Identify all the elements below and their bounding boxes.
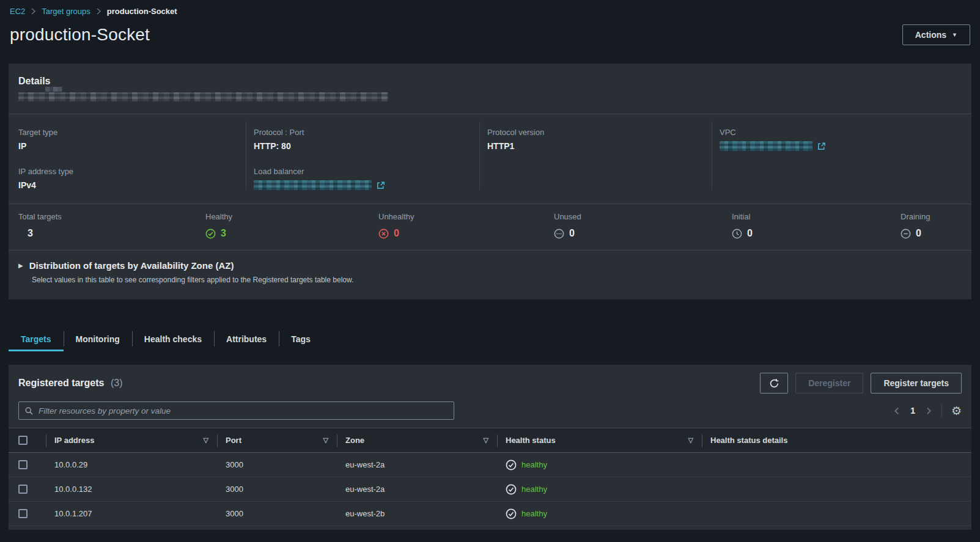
chevron-right-icon xyxy=(96,7,101,15)
cell-ip: 10.0.0.29 xyxy=(46,460,217,469)
header-port-label: Port xyxy=(226,436,241,445)
triangle-right-icon: ▶ xyxy=(18,262,23,269)
settings-gear-icon[interactable]: ⚙ xyxy=(951,405,962,417)
target-type-label: Target type xyxy=(18,128,236,137)
details-panel: Details Target type IP IP address type I… xyxy=(9,64,971,299)
row-checkbox[interactable] xyxy=(18,509,28,518)
draining-value: 0 xyxy=(916,228,921,239)
unhealthy-label: Unhealthy xyxy=(378,212,544,221)
next-page-icon[interactable] xyxy=(924,407,932,415)
unhealthy-value: 0 xyxy=(394,228,399,239)
filter-input[interactable] xyxy=(39,406,448,416)
total-targets-label: Total targets xyxy=(18,212,196,221)
cell-port: 3000 xyxy=(217,509,337,518)
tab-tags-label: Tags xyxy=(291,334,311,344)
cell-zone: eu-west-2b xyxy=(337,509,497,518)
health-status-text: healthy xyxy=(521,460,547,469)
sort-icon[interactable]: ▽ xyxy=(323,436,328,444)
protocol-version-value: HTTP1 xyxy=(487,141,702,151)
actions-button[interactable]: Actions ▼ xyxy=(902,24,970,45)
header-zone[interactable]: Zone ▽ xyxy=(337,428,497,452)
az-distribution-toggle[interactable]: ▶ Distribution of targets by Availabilit… xyxy=(18,260,962,271)
register-targets-button[interactable]: Register targets xyxy=(871,373,962,394)
draining-label: Draining xyxy=(901,212,971,221)
header-health-status-details[interactable]: Health status details xyxy=(702,428,971,452)
healthy-label: Healthy xyxy=(205,212,369,221)
header-health-status-details-label: Health status details xyxy=(710,436,787,445)
caret-down-icon: ▼ xyxy=(952,32,957,38)
header-port[interactable]: Port ▽ xyxy=(217,428,337,452)
search-icon xyxy=(24,406,34,416)
x-circle-icon xyxy=(378,229,389,239)
ip-address-type-label: IP address type xyxy=(18,167,236,176)
page-title: production-Socket xyxy=(10,25,150,45)
tab-health-checks[interactable]: Health checks xyxy=(132,326,214,351)
tab-health-checks-label: Health checks xyxy=(144,334,202,344)
az-distribution-title: Distribution of targets by Availability … xyxy=(29,260,234,271)
refresh-button[interactable] xyxy=(760,373,788,394)
az-distribution-section: ▶ Distribution of targets by Availabilit… xyxy=(9,250,971,299)
health-status-text: healthy xyxy=(521,485,547,494)
select-all-checkbox[interactable] xyxy=(18,436,28,445)
minus-circle-icon xyxy=(901,229,911,239)
sort-icon[interactable]: ▽ xyxy=(484,436,488,444)
tab-targets[interactable]: Targets xyxy=(9,326,64,351)
sort-icon[interactable]: ▽ xyxy=(688,436,693,444)
vpc-label: VPC xyxy=(720,128,962,137)
sort-icon[interactable]: ▽ xyxy=(204,436,208,444)
load-balancer-link[interactable] xyxy=(254,180,470,190)
row-checkbox[interactable] xyxy=(18,460,28,469)
header-ip-address-label: IP address xyxy=(54,436,95,445)
unused-label: Unused xyxy=(554,212,722,221)
check-circle-icon xyxy=(506,484,517,495)
external-link-icon xyxy=(817,142,826,151)
previous-page-icon[interactable] xyxy=(893,407,901,415)
tab-monitoring[interactable]: Monitoring xyxy=(64,326,132,351)
check-circle-icon xyxy=(506,508,517,519)
current-page[interactable]: 1 xyxy=(910,406,915,416)
details-grid: Target type IP IP address type IPv4 Prot… xyxy=(9,114,971,203)
deregister-button[interactable]: Deregister xyxy=(795,373,863,394)
protocol-version-label: Protocol version xyxy=(487,128,702,137)
initial-label: Initial xyxy=(732,212,891,221)
tab-attributes-label: Attributes xyxy=(226,334,267,344)
cell-port: 3000 xyxy=(217,485,337,494)
row-checkbox[interactable] xyxy=(18,485,28,494)
tab-tags[interactable]: Tags xyxy=(279,326,323,351)
cell-zone: eu-west-2a xyxy=(337,460,497,469)
tab-targets-label: Targets xyxy=(21,334,51,344)
protocol-port-value: HTTP: 80 xyxy=(254,141,470,151)
table-row: 10.0.0.29 3000 eu-west-2a healthy xyxy=(9,453,971,477)
vpc-link[interactable] xyxy=(720,141,962,151)
ip-address-type-value: IPv4 xyxy=(18,180,236,190)
cell-ip: 10.0.1.207 xyxy=(46,509,217,518)
cell-ip: 10.0.0.132 xyxy=(46,485,217,494)
table-row: 10.0.1.207 3000 eu-west-2b healthy xyxy=(9,502,971,526)
refresh-icon xyxy=(769,378,779,389)
breadcrumb-link-target-groups[interactable]: Target groups xyxy=(42,7,90,16)
select-all-cell xyxy=(9,428,46,452)
breadcrumb: EC2 Target groups production-Socket xyxy=(0,0,980,16)
target-health-summary: Total targets 3 Healthy 3 Unhealthy 0 xyxy=(9,203,971,250)
filter-box xyxy=(18,401,454,420)
ellipsis-circle-icon xyxy=(554,229,564,239)
tab-monitoring-label: Monitoring xyxy=(76,334,120,344)
protocol-port-label: Protocol : Port xyxy=(254,128,470,137)
registered-targets-panel: Registered targets (3) Deregister Regist… xyxy=(9,365,971,530)
chevron-right-icon xyxy=(31,7,36,15)
registered-targets-count: (3) xyxy=(111,378,123,388)
cell-port: 3000 xyxy=(217,460,337,469)
header-ip-address[interactable]: IP address ▽ xyxy=(46,428,217,452)
registered-targets-table: IP address ▽ Port ▽ Zone ▽ Health status… xyxy=(9,428,971,526)
health-status-text: healthy xyxy=(521,509,547,518)
tab-attributes[interactable]: Attributes xyxy=(214,326,279,351)
pagination: 1 ⚙ xyxy=(893,404,962,417)
initial-value: 0 xyxy=(747,228,753,239)
target-type-value: IP xyxy=(18,141,236,151)
redacted-load-balancer-name xyxy=(254,180,372,190)
header-health-status[interactable]: Health status ▽ xyxy=(497,428,702,452)
redacted-arn xyxy=(18,92,388,101)
total-targets-value: 3 xyxy=(28,228,33,239)
breadcrumb-link-ec2[interactable]: EC2 xyxy=(10,7,25,16)
pagination-divider xyxy=(941,404,942,417)
